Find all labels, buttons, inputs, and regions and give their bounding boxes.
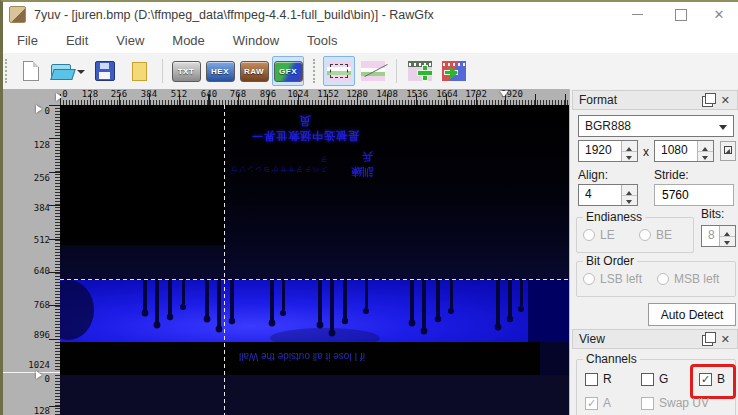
image-flipped-subtitle-kana: スベテヲササゲヨシンゾウヲ: [223, 154, 328, 174]
view-dock-titlebar[interactable]: View ✕: [572, 329, 738, 349]
menu-window[interactable]: Window: [219, 33, 293, 48]
selection-guide-vertical[interactable]: [224, 105, 225, 415]
ruler-label: 512: [34, 235, 50, 245]
msb-label: MSB left: [674, 272, 719, 286]
menu-mode[interactable]: Mode: [158, 33, 219, 48]
spin-up-icon[interactable]: [720, 226, 735, 237]
open-folder-icon: [51, 64, 73, 79]
bits-spinbox[interactable]: [701, 225, 736, 247]
ruler-label: 1536: [406, 89, 428, 99]
ruler-label: 1664: [436, 89, 458, 99]
app-icon: [9, 6, 26, 23]
mode-hex-button[interactable]: HEX: [204, 56, 236, 86]
width-input[interactable]: [583, 142, 622, 158]
mode-gfx-button[interactable]: GFX: [272, 56, 304, 86]
swap-uv-label: Swap UV: [659, 396, 709, 410]
window-title: 7yuv - [juren.bmp (D:\ffmpeg_data\ffmpeg…: [34, 8, 434, 22]
close-dock-icon[interactable]: ✕: [721, 333, 730, 346]
ruler-label: 768: [230, 89, 246, 99]
spin-down-icon[interactable]: [622, 152, 637, 162]
menu-tools[interactable]: Tools: [293, 33, 351, 48]
menu-file[interactable]: File: [3, 33, 52, 48]
checkbox-icon: [641, 397, 654, 410]
toolbar-grip[interactable]: [5, 59, 10, 83]
select-marquee-button[interactable]: [323, 56, 355, 86]
stride-label: Stride:: [654, 168, 689, 182]
yellow-file-icon: [132, 62, 147, 81]
float-dock-icon[interactable]: [702, 96, 713, 107]
ruler-label: 1024: [287, 89, 309, 99]
crop-icon: [361, 61, 385, 81]
pixel-format-select[interactable]: BGR888: [578, 115, 734, 137]
ruler-label: 128: [34, 406, 50, 415]
image-flipped-caption: if I lose it all outside the Wall: [218, 351, 386, 362]
spin-down-icon[interactable]: [698, 152, 713, 162]
spin-up-icon[interactable]: [698, 141, 713, 152]
spin-down-icon[interactable]: [622, 196, 637, 206]
minimize-button[interactable]: [620, 2, 654, 27]
spin-down-icon[interactable]: [720, 237, 735, 247]
size-preset-button[interactable]: [720, 141, 736, 161]
open-file-button[interactable]: [49, 56, 87, 86]
vertical-ruler[interactable]: 0 128 256 384 512 640 768 896 1024 0 128: [3, 105, 60, 415]
export-button[interactable]: [438, 56, 470, 86]
image-flipped-subtitle: 訓練 兵 スベテヲササゲヨシンゾウヲ: [223, 149, 373, 179]
menu-view[interactable]: View: [102, 33, 158, 48]
maximize-button[interactable]: [664, 2, 698, 27]
lsb-label: LSB left: [600, 272, 642, 286]
spin-up-icon[interactable]: [622, 141, 637, 152]
frame-boundary-line: [3, 372, 60, 373]
new-file-button[interactable]: [15, 56, 47, 86]
channels-group: Channels R G ✓ B ✓ A Swap UV: [576, 359, 736, 415]
crop-button[interactable]: [357, 56, 389, 86]
horizontal-ruler[interactable]: 0 128 256 384 512 640 768 896 1024 1152 …: [60, 89, 569, 105]
endianess-le-radio[interactable]: LE: [583, 228, 615, 242]
toolbar-grip-2[interactable]: [313, 59, 318, 83]
ruler-corner: 0 128 256 384 512 640 768 896 1024 1152 …: [3, 89, 569, 105]
image-canvas[interactable]: 是被选中拯救世界一员 訓練 兵 スベテヲササゲヨシンゾウヲ: [60, 105, 569, 415]
yellow-file-button[interactable]: [123, 56, 155, 86]
image-flipped-cjk-title: 是被选中拯救世界一员: [246, 113, 364, 143]
format-dock-titlebar[interactable]: Format ✕: [572, 90, 738, 110]
ruler-label: 1280: [346, 89, 368, 99]
ruler-cursor-marker: [500, 91, 508, 101]
channel-a-checkbox[interactable]: ✓ A: [585, 396, 611, 410]
align-spinbox[interactable]: [578, 184, 638, 206]
spin-up-icon[interactable]: [622, 185, 637, 196]
le-label: LE: [600, 228, 615, 242]
selection-guide-horizontal[interactable]: [60, 279, 569, 280]
stride-field[interactable]: [654, 184, 734, 206]
add-frame-button[interactable]: [404, 56, 436, 86]
channel-r-checkbox[interactable]: R: [585, 372, 612, 386]
menu-edit[interactable]: Edit: [52, 33, 102, 48]
height-spinbox[interactable]: [654, 140, 714, 162]
title-bar[interactable]: 7yuv - [juren.bmp (D:\ffmpeg_data\ffmpeg…: [3, 2, 738, 27]
stride-input[interactable]: [660, 187, 730, 203]
ruler-cursor-marker: [36, 371, 46, 379]
save-button[interactable]: [89, 56, 121, 86]
save-floppy-icon: [95, 61, 115, 81]
mode-raw-button[interactable]: RAW: [238, 56, 270, 86]
ruler-label: 384: [34, 203, 50, 213]
float-dock-icon[interactable]: [702, 335, 713, 346]
msb-left-radio[interactable]: MSB left: [657, 272, 719, 286]
width-spinbox[interactable]: [578, 140, 638, 162]
close-button[interactable]: ✕: [702, 2, 736, 27]
mode-txt-button[interactable]: TXT: [170, 56, 202, 86]
image-bottom-area: [60, 375, 569, 415]
bit-order-group: Bit Order LSB left MSB left: [576, 261, 736, 297]
close-dock-icon[interactable]: ✕: [721, 94, 730, 107]
ruler-label: 768: [34, 300, 50, 310]
channel-g-checkbox[interactable]: G: [641, 372, 668, 386]
r-label: R: [603, 372, 612, 386]
image-silhouettes: [60, 280, 569, 342]
open-dropdown-arrow-icon[interactable]: [77, 70, 85, 78]
align-input[interactable]: [583, 186, 622, 202]
toolbar-separator-2: [396, 59, 397, 83]
auto-detect-button[interactable]: Auto Detect: [648, 303, 736, 326]
endianess-be-radio[interactable]: BE: [639, 228, 672, 242]
height-input[interactable]: [659, 142, 698, 158]
swap-uv-checkbox[interactable]: Swap UV: [641, 396, 709, 410]
dock-panel: Format ✕ BGR888 x Align: Stride: Endia: [569, 89, 738, 415]
lsb-left-radio[interactable]: LSB left: [583, 272, 642, 286]
